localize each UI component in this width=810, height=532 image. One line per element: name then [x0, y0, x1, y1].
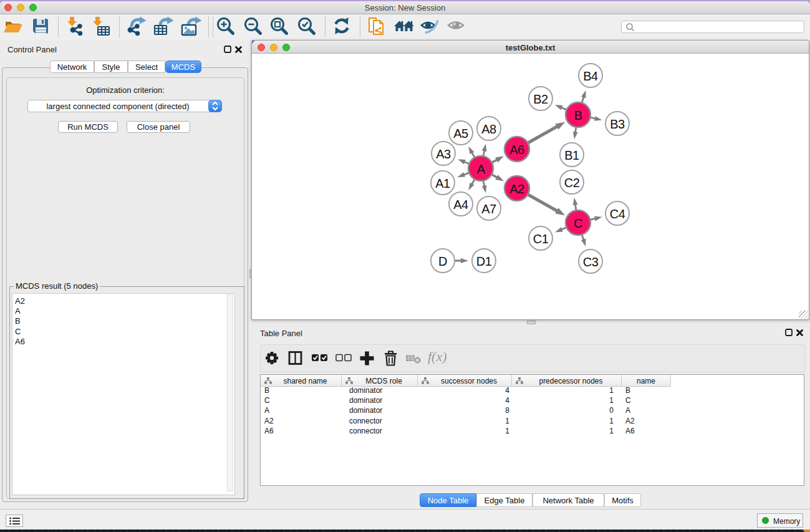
svg-text:A: A	[477, 162, 486, 176]
svg-text:A8: A8	[481, 122, 496, 136]
svg-text:C: C	[574, 216, 582, 230]
svg-text:D1: D1	[476, 254, 492, 268]
svg-text:A6: A6	[509, 143, 524, 157]
svg-text:B1: B1	[564, 148, 579, 162]
svg-text:B: B	[574, 109, 582, 122]
svg-text:A4: A4	[453, 198, 468, 211]
svg-text:B4: B4	[583, 69, 598, 83]
svg-text:A7: A7	[481, 202, 496, 216]
svg-text:B3: B3	[610, 117, 625, 131]
svg-text:B2: B2	[533, 92, 548, 106]
svg-text:C2: C2	[564, 176, 580, 190]
svg-text:C4: C4	[610, 207, 625, 221]
svg-text:C3: C3	[583, 255, 599, 269]
svg-text:C1: C1	[533, 232, 549, 246]
svg-text:A2: A2	[509, 182, 524, 196]
svg-text:D: D	[438, 254, 447, 268]
svg-text:A1: A1	[435, 177, 450, 190]
svg-text:A3: A3	[436, 147, 451, 161]
svg-text:A5: A5	[453, 127, 468, 140]
